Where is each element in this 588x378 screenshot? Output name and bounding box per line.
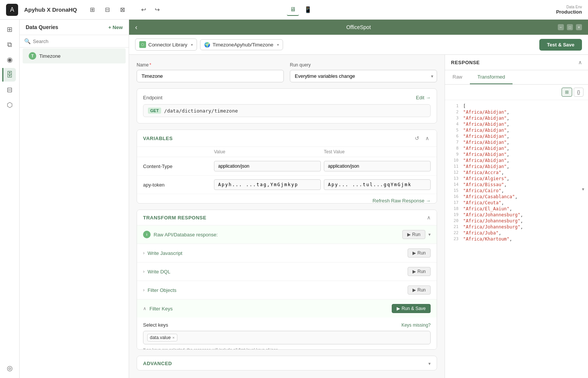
line-content: "Africa/El_Aaiun", [463, 206, 512, 211]
transform-dql-row[interactable]: › Write DQL ▶ Run [137, 262, 437, 281]
win-close[interactable]: × [576, 24, 582, 30]
response-title: RESPONSE [451, 60, 480, 65]
name-input[interactable] [137, 70, 284, 82]
grid-view-btn[interactable]: ⊞ [86, 4, 98, 16]
advanced-label: ADVANCED [143, 361, 172, 366]
key-tag-label: data.value [150, 335, 171, 340]
response-view-btns: ⊞ {} [445, 85, 588, 100]
main-layout: ⊞ ⧉ ◉ 🗄 ⊟ ⬡ ◎ Data Queries + New 🔍 T Tim… [0, 20, 588, 378]
filter-obj-play-icon: ▶ [413, 287, 416, 293]
var-value-0[interactable] [214, 161, 321, 171]
query-editor: Name* Run query Everytime variables chan… [129, 55, 588, 378]
response-line: 7 "Africa/Abidjan", [445, 139, 588, 145]
sidebar-item-grid[interactable]: ⊞ [3, 23, 17, 36]
variables-refresh-btn[interactable]: ↺ [413, 134, 421, 142]
js-run-btn[interactable]: ▶ Run [408, 248, 431, 258]
editor-main: Name* Run query Everytime variables chan… [129, 55, 445, 378]
response-line: 10 "Africa/Abidjan", [445, 157, 588, 164]
response-tabs: Raw Transformed [445, 70, 588, 85]
transform-collapse-btn[interactable]: ∧ [427, 214, 431, 221]
line-content: [ [463, 103, 466, 109]
connector-icon: ⬡ [139, 41, 146, 48]
filter-keys-help: If no keys are selected, the response wi… [143, 347, 431, 350]
json-view-btn-response[interactable]: {} [574, 88, 583, 97]
columns-view-btn[interactable]: ⊠ [116, 4, 128, 16]
table-view-btn-response[interactable]: ⊞ [562, 88, 572, 97]
transform-js-row[interactable]: › Write Javascript ▶ Run [137, 244, 437, 262]
variables-title: VARIABLES [143, 136, 173, 141]
filter-obj-label: Filter Objects [148, 287, 405, 293]
run-query-label: Run query [290, 62, 437, 68]
var-test-0[interactable] [324, 161, 431, 171]
line-content: "Africa/Cairo", [463, 188, 504, 193]
variables-header: VARIABLES ↺ ∧ [137, 130, 437, 147]
mobile-view-btn[interactable]: 📱 [302, 4, 314, 16]
search-input[interactable] [33, 39, 124, 44]
line-number: 6 [448, 134, 459, 139]
tab-raw[interactable]: Raw [445, 70, 470, 84]
transform-filter-keys-item: ∧ Filter Keys ▶ Run & Save Select keys K… [137, 299, 437, 350]
select-keys-label: Select keys [143, 322, 168, 328]
desktop-view-btn[interactable]: 🖥 [287, 4, 299, 16]
win-minimize[interactable]: − [558, 24, 564, 30]
keys-missing-link[interactable]: Keys missing? [402, 322, 431, 328]
filter-keys-run-save-btn[interactable]: ▶ Run & Save [392, 304, 431, 313]
sidebar-item-nodes[interactable]: ⬡ [3, 98, 17, 112]
line-content: "Africa/Ceuta", [463, 200, 504, 205]
query-selector-dropdown[interactable]: 🌍 TimezoneApyhub/Timezone ▾ [200, 39, 283, 50]
run-query-select-wrap: Everytime variables change Manually On p… [290, 70, 437, 82]
window-chrome: ‹ OfficeSpot − □ × [129, 20, 588, 35]
transform-filter-objects-row[interactable]: › Filter Objects ▶ Run [137, 281, 437, 299]
sidebar-item-table[interactable]: ⊟ [3, 83, 17, 97]
line-number: 22 [448, 230, 459, 236]
key-tag-remove-btn[interactable]: × [172, 335, 174, 340]
response-line: 14 "Africa/Bissau", [445, 182, 588, 188]
response-line: 6 "Africa/Abidjan", [445, 133, 588, 139]
var-value-1[interactable] [214, 179, 321, 190]
query-selector-label: TimezoneApyhub/Timezone [212, 42, 273, 48]
new-query-btn[interactable]: + New [108, 25, 123, 30]
response-line: 1[ [445, 103, 588, 109]
filter-obj-run-btn[interactable]: ▶ Run [408, 285, 431, 295]
endpoint-bar: GET /data/dictionary/timezone [143, 104, 431, 117]
test-save-btn[interactable]: Test & Save [539, 39, 582, 51]
sidebar: ⊞ ⧉ ◉ 🗄 ⊟ ⬡ ◎ [0, 20, 20, 378]
filter-obj-expand-icon: › [143, 287, 145, 293]
transform-filter-objects-item: › Filter Objects ▶ Run [137, 281, 437, 299]
run-query-group: Run query Everytime variables change Man… [290, 62, 437, 82]
variables-collapse-btn[interactable]: ∧ [424, 134, 431, 142]
sidebar-item-layers[interactable]: ⧉ [3, 38, 17, 51]
redo-btn[interactable]: ↪ [151, 4, 163, 16]
sidebar-item-preview[interactable]: ◎ [3, 361, 17, 375]
query-item-timezone[interactable]: T Timezone [23, 48, 126, 63]
refresh-link-btn[interactable]: Refresh Raw Response → [373, 198, 431, 204]
sidebar-item-database[interactable]: 🗄 [2, 68, 16, 82]
keys-input-area[interactable]: data.value × ▾ [143, 331, 431, 344]
win-restore[interactable]: □ [567, 24, 573, 30]
transform-raw-row[interactable]: i Raw API/Database response: ▶ Run ▾ [137, 225, 437, 244]
table-view-btn[interactable]: ⊟ [101, 4, 113, 16]
transform-filter-keys-row[interactable]: ∧ Filter Keys ▶ Run & Save [137, 299, 437, 318]
http-method-badge: GET [148, 108, 161, 114]
connector-chevron: ▾ [191, 43, 193, 47]
back-btn[interactable]: ‹ [135, 23, 137, 31]
response-collapse-btn[interactable]: ∧ [578, 59, 582, 65]
sidebar-item-eye[interactable]: ◉ [3, 53, 17, 66]
raw-run-btn[interactable]: ▶ Run [402, 230, 425, 239]
dql-run-btn[interactable]: ▶ Run [408, 267, 431, 276]
connector-dropdown[interactable]: ⬡ Connector Library ▾ [135, 39, 197, 51]
response-line: 21 "Africa/Johannesburg", [445, 224, 588, 230]
endpoint-header: Endpoint Edit → [143, 95, 431, 100]
app-title: Apyhub X DronaHQ [24, 6, 77, 13]
undo-btn[interactable]: ↩ [137, 4, 149, 16]
run-query-select[interactable]: Everytime variables change Manually On p… [290, 70, 437, 82]
var-row-apy-token: apy-token [137, 176, 437, 194]
raw-label: Raw API/Database response: [154, 232, 399, 238]
variables-header-actions: ↺ ∧ [413, 134, 431, 142]
var-test-1[interactable] [324, 179, 431, 190]
advanced-header[interactable]: ADVANCED ▾ [137, 356, 437, 370]
filter-keys-expand-icon: ∧ [143, 306, 146, 311]
edit-endpoint-btn[interactable]: Edit → [416, 95, 431, 100]
response-line: 15 "Africa/Cairo", [445, 188, 588, 194]
tab-transformed[interactable]: Transformed [470, 70, 513, 84]
